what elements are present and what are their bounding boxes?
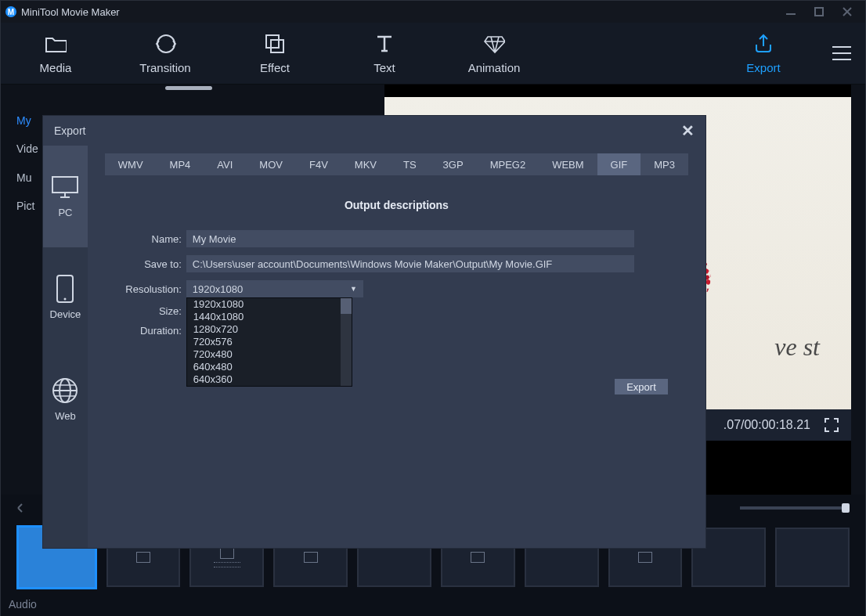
format-tab-ts[interactable]: TS: [390, 153, 430, 175]
time-display: .07/00:00:18.21: [723, 418, 810, 432]
monitor-icon: [49, 175, 81, 199]
globe-icon: [49, 379, 81, 402]
export-destination-tabs: PC Device Web: [43, 146, 88, 548]
transition-icon: [154, 33, 176, 55]
format-tab-mp3[interactable]: MP3: [640, 153, 688, 175]
svg-rect-4: [266, 35, 279, 48]
phone-icon: [49, 277, 81, 301]
app-logo-icon: M: [5, 6, 16, 17]
minimize-icon[interactable]: [785, 6, 796, 17]
media-tab-picture[interactable]: Pict: [16, 192, 38, 220]
format-tab-mkv[interactable]: MKV: [341, 153, 390, 175]
format-tab-avi[interactable]: AVI: [204, 153, 246, 175]
app-title: MiniTool Movie Maker: [21, 6, 120, 18]
dialog-title: Export: [54, 124, 85, 137]
fullscreen-icon[interactable]: [825, 418, 839, 432]
name-input[interactable]: [186, 230, 634, 247]
media-tab-music[interactable]: Mu: [16, 164, 38, 192]
timeline-clip[interactable]: [775, 528, 850, 587]
zoom-slider[interactable]: [740, 506, 850, 510]
media-category-tabs: My Vide Mu Pict: [16, 106, 38, 221]
export-dest-web[interactable]: Web: [43, 349, 88, 451]
dialog-close-icon[interactable]: ✕: [681, 121, 695, 140]
tab-media[interactable]: Media: [1, 33, 110, 74]
export-button[interactable]: Export: [709, 33, 818, 74]
diamond-icon: [483, 33, 505, 55]
effect-icon: [264, 33, 286, 55]
format-tab-gif[interactable]: GIF: [597, 153, 641, 175]
resolution-option[interactable]: 640x360: [187, 373, 352, 386]
resolution-option[interactable]: 720x480: [187, 348, 352, 361]
preview-overlay-text: ve st: [774, 333, 820, 362]
menu-button[interactable]: [818, 45, 865, 62]
tab-animation[interactable]: Animation: [439, 33, 549, 74]
saveto-input[interactable]: [186, 255, 634, 272]
format-tab-f4v[interactable]: F4V: [296, 153, 341, 175]
titlebar: M MiniTool Movie Maker: [1, 1, 865, 23]
media-scrollbar[interactable]: [165, 86, 212, 90]
dropdown-scrollbar[interactable]: [341, 298, 352, 386]
resolution-option[interactable]: 1920x1080: [187, 298, 352, 311]
tab-transition[interactable]: Transition: [110, 33, 220, 74]
svg-point-13: [64, 297, 67, 300]
name-label: Name:: [105, 233, 182, 245]
resolution-option[interactable]: 1280x720: [187, 323, 352, 336]
format-tab-3gp[interactable]: 3GP: [430, 153, 477, 175]
audio-track-label: Audio: [1, 593, 865, 615]
format-tab-mp4[interactable]: MP4: [157, 153, 204, 175]
format-tab-webm[interactable]: WEBM: [539, 153, 597, 175]
close-icon[interactable]: [842, 6, 853, 17]
duration-label: Duration:: [105, 325, 182, 337]
svg-rect-9: [52, 177, 78, 193]
output-descriptions-title: Output descriptions: [105, 199, 688, 211]
format-tabs: WMVMP4AVIMOVF4VMKVTS3GPMPEG2WEBMGIFMP3: [105, 153, 688, 175]
svg-rect-5: [271, 40, 283, 52]
media-tab-my[interactable]: My: [16, 106, 38, 135]
export-dialog: Export ✕ PC Device Web WMVMP4AV: [43, 116, 705, 548]
export-icon: [752, 33, 774, 55]
svg-rect-1: [815, 8, 823, 16]
size-label: Size:: [105, 305, 182, 317]
folder-icon: [45, 33, 67, 55]
resolution-dropdown: 1920x10801440x10801280x720720x576720x480…: [186, 297, 352, 387]
timeline-tools-icon[interactable]: [16, 503, 32, 513]
hamburger-icon: [831, 45, 853, 62]
chevron-down-icon: ▼: [350, 285, 357, 293]
main-toolbar: Media Transition Effect Text Animation E…: [1, 23, 865, 85]
resolution-label: Resolustion:: [105, 283, 182, 295]
format-tab-mov[interactable]: MOV: [246, 153, 296, 175]
app-window: M MiniTool Movie Maker Media Transition …: [0, 0, 866, 616]
maximize-icon[interactable]: [814, 6, 825, 17]
media-tab-video[interactable]: Vide: [16, 135, 38, 163]
export-dest-pc[interactable]: PC: [43, 146, 88, 247]
resolution-option[interactable]: 720x576: [187, 336, 352, 348]
saveto-label: Save to:: [105, 258, 182, 270]
format-tab-mpeg2[interactable]: MPEG2: [477, 153, 539, 175]
export-confirm-button[interactable]: Export: [615, 379, 668, 394]
export-dest-device[interactable]: Device: [43, 247, 88, 349]
resolution-option[interactable]: 1440x1080: [187, 311, 352, 323]
tab-text[interactable]: Text: [330, 33, 439, 74]
text-icon: [373, 33, 395, 55]
resolution-option[interactable]: 640x480: [187, 361, 352, 373]
resolution-select[interactable]: 1920x1080 ▼: [186, 280, 363, 297]
tab-effect[interactable]: Effect: [220, 33, 330, 74]
format-tab-wmv[interactable]: WMV: [105, 153, 157, 175]
